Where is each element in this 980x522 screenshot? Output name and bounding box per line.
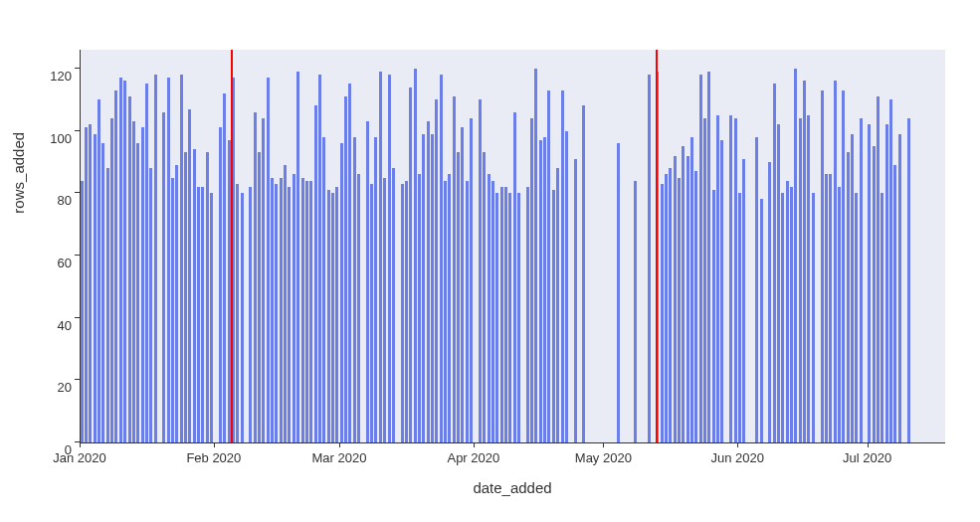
bar xyxy=(453,96,456,442)
x-tick-label: Apr 2020 xyxy=(447,450,499,465)
bar xyxy=(799,118,802,442)
bar xyxy=(491,181,494,442)
bar xyxy=(405,181,408,442)
bar xyxy=(193,149,196,442)
bar xyxy=(847,152,850,442)
bar xyxy=(110,118,113,442)
bar xyxy=(716,115,719,442)
bar xyxy=(154,75,157,442)
x-tick-label: Feb 2020 xyxy=(186,450,241,465)
bar xyxy=(821,90,824,442)
x-tick-label: Jun 2020 xyxy=(710,450,764,465)
bar xyxy=(414,69,417,442)
bar xyxy=(427,121,430,442)
bar xyxy=(686,156,689,442)
bar xyxy=(422,134,425,442)
bar xyxy=(366,121,369,442)
bar xyxy=(141,127,144,442)
bar xyxy=(136,143,139,442)
bar xyxy=(648,75,651,442)
bars-group xyxy=(80,50,945,442)
bar xyxy=(794,69,797,442)
bar xyxy=(868,124,871,442)
bar xyxy=(699,75,702,442)
bar xyxy=(149,168,152,442)
bar xyxy=(284,165,287,442)
bar xyxy=(418,174,421,442)
bar xyxy=(461,127,464,442)
bar xyxy=(223,93,226,442)
bar xyxy=(348,84,351,442)
bar xyxy=(201,187,204,442)
bar xyxy=(574,159,577,442)
bar xyxy=(267,78,270,442)
bar xyxy=(530,118,533,442)
bar xyxy=(444,181,447,442)
bar xyxy=(241,193,244,442)
bar xyxy=(694,171,697,442)
bar xyxy=(470,118,473,442)
bar xyxy=(720,140,723,442)
bar xyxy=(617,143,620,442)
bar xyxy=(370,184,373,442)
bar xyxy=(803,81,806,442)
bar xyxy=(180,75,183,442)
bar xyxy=(309,181,312,442)
y-axis-line xyxy=(80,50,81,442)
bar xyxy=(860,118,863,442)
bar xyxy=(881,193,883,442)
bar xyxy=(889,99,892,442)
bar xyxy=(682,146,685,442)
bar xyxy=(81,181,84,442)
bar xyxy=(517,193,520,442)
x-tick-label: Jan 2020 xyxy=(53,450,106,465)
bar xyxy=(495,193,498,442)
bar xyxy=(318,75,321,442)
bar xyxy=(409,87,412,442)
bar xyxy=(466,181,469,442)
bar xyxy=(829,174,832,442)
bar xyxy=(877,96,880,442)
bar xyxy=(210,193,213,442)
bar xyxy=(249,187,252,442)
bar xyxy=(760,199,763,442)
y-tick-label: 40 xyxy=(58,317,72,332)
bar xyxy=(85,127,88,442)
vertical-marker-line xyxy=(656,50,658,442)
y-tick-label: 60 xyxy=(58,255,72,269)
bar xyxy=(435,99,438,442)
bar xyxy=(790,187,793,442)
bar xyxy=(678,178,681,442)
bar xyxy=(383,178,386,442)
bar xyxy=(898,134,901,442)
bar xyxy=(534,69,537,442)
bar xyxy=(228,140,231,442)
bar xyxy=(114,90,117,442)
bar xyxy=(543,137,546,442)
y-tick-label: 80 xyxy=(58,193,72,208)
bar xyxy=(448,174,451,442)
chart-container: 020406080100120 Jan 2020Feb 2020Mar 2020… xyxy=(0,0,980,522)
bar xyxy=(132,121,135,442)
bar xyxy=(712,190,715,442)
bar xyxy=(500,187,503,442)
bar xyxy=(812,193,815,442)
bar xyxy=(357,174,360,442)
bar xyxy=(401,184,404,442)
vertical-marker-line xyxy=(231,50,233,442)
bar xyxy=(175,165,178,442)
bar xyxy=(457,152,460,442)
bar xyxy=(353,137,356,442)
bar xyxy=(119,78,122,442)
bar xyxy=(293,174,295,442)
bar xyxy=(838,187,841,442)
bar xyxy=(236,184,239,442)
bar xyxy=(703,118,706,442)
bar xyxy=(271,178,274,442)
bar xyxy=(305,181,308,442)
bar xyxy=(661,184,664,442)
bar xyxy=(322,137,325,442)
bar xyxy=(907,118,910,442)
bar xyxy=(392,168,395,442)
bar xyxy=(565,131,568,442)
